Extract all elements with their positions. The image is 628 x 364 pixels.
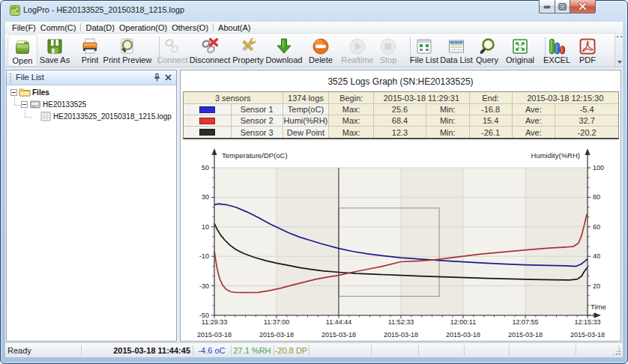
tree-node-label: Files <box>32 88 49 97</box>
x-tick-time-label: 11:44:44 <box>326 318 351 326</box>
excel-icon <box>547 37 567 56</box>
min-label-cell: Min: <box>426 104 470 115</box>
toolbar-button-download[interactable]: Download <box>264 34 304 67</box>
datalist-icon <box>447 37 466 56</box>
tree-node-label: HE20133525 <box>43 100 86 109</box>
toolbar-button-preview[interactable]: Print Preview <box>101 34 154 67</box>
pin-icon[interactable] <box>152 73 162 82</box>
panel-title: File List <box>16 73 44 82</box>
max-label-cell: Max: <box>329 127 374 138</box>
status-separator <box>309 345 310 355</box>
sensor-color-swatch <box>199 106 215 113</box>
x-tick-date-label: 2015-03-18 <box>508 331 543 339</box>
right-axis-title: Humidity(%RH) <box>531 151 580 160</box>
minimize-button[interactable] <box>539 0 555 13</box>
ave-label-cell: Ave: <box>513 127 556 138</box>
tree-node-files[interactable]: Files <box>10 86 49 98</box>
status-cell-1: 2015-03-18 11:44:45 <box>81 345 193 356</box>
summary-table-row: Sensor 2Humi(%RH)Max:68.4Min:15.4Ave:32.… <box>184 115 618 127</box>
query-icon <box>477 37 497 56</box>
x-axis-title: Time <box>591 303 606 311</box>
toolbar-button-saveas[interactable]: Save As <box>37 34 73 67</box>
toolbar-button-disconnect[interactable]: Disconnect <box>187 34 232 67</box>
left-tick-label: 10 <box>202 223 209 231</box>
status-cell-2: -4.6 oC <box>193 345 231 356</box>
end-value-cell: 2015-03-18 12:15:30 <box>513 92 619 104</box>
panel-drag-grip[interactable] <box>9 73 12 83</box>
status-cell-7 <box>418 345 464 356</box>
max-value-cell: 25.6 <box>374 104 426 115</box>
max-label-cell: Max: <box>329 104 374 115</box>
status-separator <box>231 345 232 355</box>
close-icon <box>578 2 588 10</box>
status-separator <box>509 345 510 355</box>
close-button[interactable] <box>570 0 596 13</box>
connect-icon <box>163 37 182 56</box>
toolbar-button-excel[interactable]: EXCEL <box>541 34 573 67</box>
begin-label-cell: Begin: <box>329 92 374 104</box>
ave-value-cell: 32.7 <box>555 115 618 127</box>
file-tree: FilesHE20133525HE20133525_20150318_1215.… <box>7 86 176 341</box>
tree-expander-icon[interactable] <box>10 89 17 96</box>
menu-item-operation[interactable]: Operation(O) <box>117 22 169 33</box>
log-count-cell: 1374 logs <box>283 92 330 104</box>
toolbar-button-pdf[interactable]: PDF <box>577 34 598 67</box>
menu-item-file[interactable]: File(F) <box>10 22 38 33</box>
titlebar[interactable]: LogPro - HE20133525_20150318_1215.logp <box>0 0 628 22</box>
toolbar-overflow-button[interactable] <box>615 34 623 67</box>
status-cell-9 <box>509 345 576 356</box>
menu-item-about[interactable]: About(A) <box>216 22 253 33</box>
toolbar-button-property[interactable]: Property <box>231 34 265 67</box>
sensor-type-cell: Dew Point <box>283 127 330 138</box>
device-icon <box>29 99 41 109</box>
download-icon <box>274 37 294 56</box>
log-chart[interactable]: 503010-10-30-5010080604020011:29:332015-… <box>181 142 621 342</box>
toolbar: OpenSave AsPrintPrint PreviewConnectDisc… <box>5 34 623 67</box>
toolbar-button-realtime[interactable]: Realtime <box>338 34 377 67</box>
property-icon <box>238 37 258 56</box>
toolbar-button-connect[interactable]: Connect <box>154 34 190 67</box>
x-tick-date-label: 2015-03-18 <box>197 331 232 339</box>
left-axis-title: Temperature/DP(oC) <box>222 151 288 160</box>
toolbar-label: Open <box>13 56 33 65</box>
tree-expander-icon[interactable] <box>21 101 28 108</box>
left-axis-arrow <box>212 148 217 155</box>
stop-icon <box>378 37 398 56</box>
app-logo-icon <box>10 5 20 16</box>
caption-buttons <box>539 0 596 13</box>
toolbar-button-original[interactable]: Original <box>503 34 537 67</box>
sensor-type-cell: Temp(oC) <box>283 104 330 115</box>
status-cell-4: -20.8 DP <box>274 345 309 356</box>
sensor-name-cell: Sensor 1 <box>232 104 283 115</box>
menu-item-others[interactable]: Others(O) <box>169 22 211 33</box>
x-tick-time-label: 12:07:55 <box>512 318 538 326</box>
print-icon <box>80 37 100 56</box>
tree-connector-line <box>14 97 15 105</box>
x-tick-time-label: 12:15:33 <box>574 318 600 326</box>
original-icon <box>510 37 530 56</box>
toolbar-button-filelist[interactable]: File List <box>407 34 441 67</box>
toolbar-label: Save As <box>40 55 70 64</box>
panel-close-icon[interactable] <box>163 73 173 82</box>
min-value-cell: -16.8 <box>470 104 513 115</box>
toolbar-button-stop[interactable]: Stop <box>376 34 400 67</box>
summary-table-row: Sensor 1Temp(oC)Max:25.6Min:-16.8Ave:-5.… <box>184 104 618 115</box>
open-icon <box>13 37 32 57</box>
right-tick-label: 80 <box>593 193 600 201</box>
preview-icon <box>118 37 137 56</box>
toolbar-button-query[interactable]: Query <box>473 34 501 67</box>
toolbar-button-open[interactable]: Open <box>7 34 37 67</box>
toolbar-button-datalist[interactable]: Data List <box>438 34 475 67</box>
end-label-cell: End: <box>470 92 513 104</box>
delete-icon <box>311 37 330 56</box>
menu-item-comm[interactable]: Comm(C) <box>38 22 79 33</box>
tree-node-device[interactable]: HE20133525 <box>21 98 86 110</box>
maximize-button[interactable] <box>555 0 570 13</box>
file-list-panel-header[interactable]: File List <box>7 70 176 85</box>
toolbar-button-delete[interactable]: Delete <box>304 34 337 67</box>
status-separator <box>618 345 619 355</box>
tree-node-logfile[interactable]: HE20133525_20150318_1215.logp <box>31 110 172 122</box>
menu-item-data[interactable]: Data(D) <box>83 22 117 33</box>
right-tick-label: 40 <box>593 252 600 260</box>
toolbar-button-print[interactable]: Print <box>77 34 103 67</box>
